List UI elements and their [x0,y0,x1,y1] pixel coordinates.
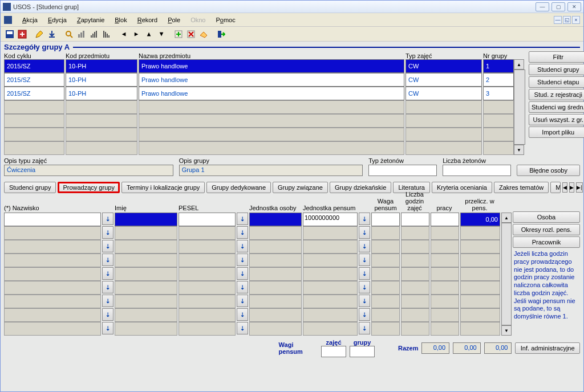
pick-icon[interactable]: ⇣ [102,322,113,334]
typ-zetonow-input[interactable] [368,165,437,176]
add-icon[interactable] [173,28,184,40]
scrollbar-track[interactable] [514,70,525,145]
table-row[interactable] [4,128,514,141]
import-pliku-button[interactable]: Import pliku [529,126,584,138]
close-button[interactable]: ✕ [567,2,581,11]
inf-admin-button[interactable]: Inf. administracyjne [515,342,580,354]
save-icon[interactable] [4,28,15,40]
cell-nazwa[interactable]: Prawo handlowe [139,73,404,87]
tab-grupy-zwiazane[interactable]: Grupy związane [273,182,328,193]
pick-icon[interactable]: ⇣ [237,226,248,239]
mdi-minimize-button[interactable]: — [554,16,562,24]
search-icon[interactable] [63,28,75,40]
bars1-icon[interactable] [88,28,100,40]
wagi-grupy-input[interactable] [350,346,375,357]
pick-icon[interactable]: ⇣ [359,295,370,307]
pick-icon[interactable]: ⇣ [359,308,370,321]
table-row[interactable] [4,141,514,155]
pick-icon[interactable]: ⇣ [102,295,113,307]
tab-studenci-grupy[interactable]: Studenci grupy [4,182,56,193]
cell-nr[interactable]: 3 [483,87,514,100]
studenci-grupy-button[interactable]: Studenci grupy [529,64,584,75]
pick-icon[interactable]: ⇣ [237,267,248,280]
tab-kryteria[interactable]: Kryteria oceniania [432,182,492,193]
menu-akcja[interactable]: Akcja [22,17,38,23]
liczba-zetonow-input[interactable] [443,165,511,176]
cell-typ[interactable]: CW [405,87,482,100]
scroll-down-icon[interactable]: ▼ [501,325,512,336]
clear-icon[interactable] [198,28,209,40]
pick-icon[interactable]: ⇣ [359,254,370,266]
cell-nazwa[interactable]: Prawo handlowe [139,59,404,73]
cell-kodp[interactable]: 10-PH [66,73,137,87]
tab-end-icon[interactable]: ▶| [576,182,582,193]
next-icon[interactable]: ▶ [131,28,142,40]
pick-icon[interactable]: ⇣ [237,281,248,293]
pick-icon[interactable]: ⇣ [237,322,248,334]
pick-icon[interactable]: ⇣ [359,322,370,334]
filtr-button[interactable]: Filtr [529,51,584,63]
scroll-up-icon[interactable]: ▲ [514,59,524,70]
table-row[interactable] [4,100,514,114]
studenci-etapu-button[interactable]: Studenci etapu [529,76,584,88]
up-icon[interactable]: ▲ [143,28,155,40]
pick-icon[interactable]: ⇣ [102,213,113,225]
cell-jp[interactable]: 1000000000 [303,213,358,226]
exit-icon[interactable] [215,28,226,40]
mdi-restore-button[interactable]: ◱ [563,16,571,24]
tab-terminy[interactable]: Terminy i lokalizacje grupy [121,182,205,193]
pick-icon[interactable]: ⇣ [102,240,113,252]
scroll-up-icon[interactable]: ▲ [501,213,512,223]
cell-kodc[interactable]: 2015/SZ [4,59,64,73]
pick-icon[interactable]: ⇣ [237,308,248,321]
maximize-button[interactable]: ▢ [551,2,565,11]
pick-icon[interactable]: ⇣ [237,213,248,225]
cell-nazwa[interactable]: Prawo handlowe [139,87,404,100]
download-icon[interactable] [46,28,58,40]
tab-zakres[interactable]: Zakres tematów [494,182,549,193]
pick-icon[interactable]: ⇣ [102,267,113,280]
cell-kodc[interactable]: 2015/SZ [4,73,64,87]
scrollbar-track[interactable] [501,223,512,325]
tab-right-icon[interactable]: ▶ [569,182,574,193]
menu-pomoc[interactable]: Pomoc [216,17,235,23]
cell-nr[interactable]: 2 [483,73,514,87]
bars2-icon[interactable] [101,28,112,40]
scroll-down-icon[interactable]: ▼ [514,145,524,155]
minimize-button[interactable]: — [536,2,549,11]
stud-rejestracji-button[interactable]: Stud. z rejestracji [529,89,584,100]
tab-grupy-dziekanskie[interactable]: Grupy dziekańskie [330,182,392,193]
undo-icon[interactable] [17,28,28,40]
prev-icon[interactable]: ◀ [118,28,129,40]
menu-zapytanie[interactable]: Zapytanie [77,17,104,23]
lower-row[interactable]: ⇣ ⇣ 1000000000⇣ 0,00 [4,213,500,226]
okresy-button[interactable]: Okresy rozl. pens. [513,224,580,235]
cell-nr[interactable]: 1 [483,59,514,73]
usun-wszystkich-button[interactable]: Usuń wszyst. z gr. [529,114,584,125]
studenci-sredn-button[interactable]: Studenci wg średn. [529,101,584,113]
pick-icon[interactable]: ⇣ [102,281,113,293]
cell-typ[interactable]: CW [405,73,482,87]
tab-grupy-dedykowane[interactable]: Grupy dedykowane [206,182,271,193]
delete-icon[interactable] [185,28,197,40]
table-row[interactable]: 2015/SZ 10-PH Prawo handlowe CW 3 [4,87,514,100]
pick-icon[interactable]: ⇣ [237,240,248,252]
pick-icon[interactable]: ⇣ [237,254,248,266]
menu-blok[interactable]: Blok [115,17,127,23]
tab-left-icon[interactable]: ◀ [562,182,567,193]
menu-pole[interactable]: Pole [168,17,180,23]
osoba-button[interactable]: Osoba [513,211,580,223]
tab-metody[interactable]: Meto [550,182,561,193]
pick-icon[interactable]: ⇣ [359,240,370,252]
wagi-zajec-input[interactable] [321,346,346,357]
table-row[interactable] [4,114,514,128]
tab-prowadzacy-grupy[interactable]: Prowadzący grupy [58,182,120,193]
bledne-osoby-button[interactable]: Błędne osoby [517,165,580,176]
cell-kodp[interactable]: 10-PH [66,59,137,73]
down-icon[interactable]: ▼ [156,28,167,40]
pick-icon[interactable]: ⇣ [359,281,370,293]
pick-icon[interactable]: ⇣ [237,295,248,307]
pick-icon[interactable]: ⇣ [102,308,113,321]
mdi-close-button[interactable]: × [572,16,580,24]
menu-rekord[interactable]: Rekord [137,17,157,23]
